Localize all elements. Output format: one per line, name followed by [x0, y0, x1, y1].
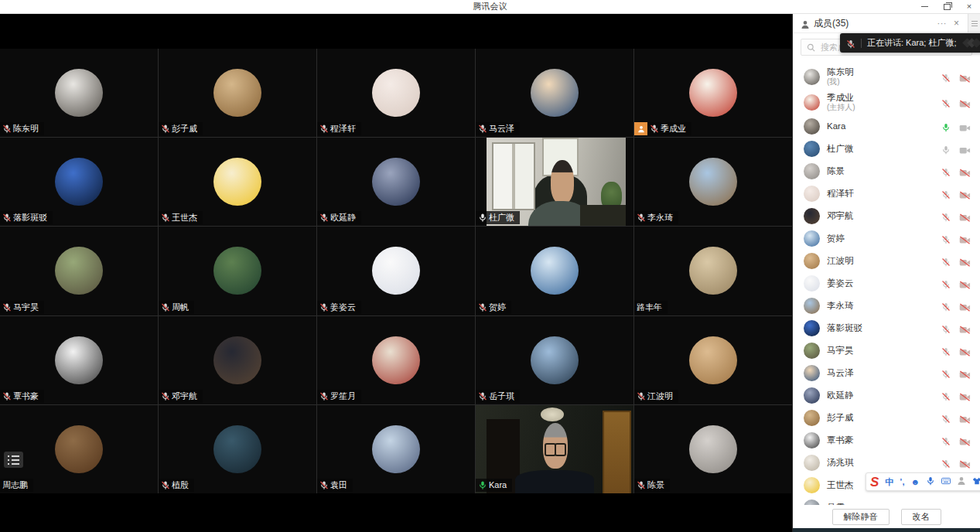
video-tile[interactable]: 欧延静 [317, 138, 475, 226]
member-camera-icon[interactable] [959, 234, 971, 244]
member-mic-icon[interactable] [941, 144, 951, 154]
member-mic-icon[interactable] [941, 368, 951, 378]
close-panel-icon[interactable]: × [954, 18, 959, 29]
member-list-item[interactable]: 马宇昊 [793, 339, 980, 362]
ime-keyboard-icon[interactable] [941, 475, 951, 489]
video-tile[interactable]: 贺婷 [476, 227, 633, 315]
ime-mode-button[interactable]: 中 [885, 478, 893, 486]
participant-name: 贺婷 [489, 302, 506, 313]
ime-punctuation-button[interactable]: ’, [900, 478, 904, 486]
member-camera-icon[interactable] [959, 212, 971, 221]
sogou-logo-icon[interactable]: S [870, 476, 879, 489]
ime-account-icon[interactable] [957, 475, 966, 489]
member-camera-icon[interactable] [959, 73, 971, 82]
member-mic-icon[interactable] [941, 234, 951, 244]
ime-voice-icon[interactable] [926, 475, 935, 489]
video-tile[interactable]: 马宇昊 [0, 227, 158, 315]
ime-skin-icon[interactable] [972, 475, 980, 489]
member-mic-icon[interactable] [941, 72, 951, 82]
member-list-item[interactable]: 马云泽 [793, 362, 980, 384]
member-mic-icon[interactable] [941, 278, 951, 288]
member-camera-icon[interactable] [959, 436, 971, 445]
video-tile[interactable]: 姜姿云 [317, 227, 475, 315]
video-tile[interactable]: 邓宇航 [159, 316, 316, 404]
video-tile[interactable]: 路丰年 [634, 227, 792, 315]
minimize-button[interactable] [920, 2, 929, 12]
more-options-icon[interactable]: ··· [937, 19, 947, 28]
member-camera-icon[interactable] [959, 414, 971, 423]
member-list-item[interactable]: 季成业 (主持人) [793, 90, 980, 115]
member-mic-icon[interactable] [941, 413, 951, 423]
member-list-item[interactable]: 陈东明 (我) [793, 64, 980, 90]
video-tile[interactable]: 程泽轩 [317, 49, 475, 137]
member-list-item[interactable]: 姜姿云 [793, 272, 980, 295]
member-list-item[interactable]: 落影斑驳 [793, 317, 980, 339]
participant-name-label: 季成业 [634, 122, 691, 135]
video-tile[interactable]: 陈东明 [0, 49, 158, 137]
video-tile[interactable]: 陈景 [634, 405, 792, 493]
video-tile[interactable]: 马云泽 [476, 49, 633, 137]
member-list-item[interactable]: 贺婷 [793, 227, 980, 250]
video-tile[interactable]: 彭子威 [159, 49, 316, 137]
member-list-item[interactable]: 陈景 [793, 160, 980, 182]
member-list-item[interactable]: 覃书豪 [793, 429, 980, 452]
video-tile[interactable]: 落影斑驳 [0, 138, 158, 226]
member-camera-icon[interactable] [959, 122, 971, 131]
member-camera-icon[interactable] [959, 346, 971, 356]
member-camera-icon[interactable] [959, 189, 971, 199]
member-camera-icon[interactable] [959, 391, 971, 401]
video-tile[interactable]: 袁田 [317, 405, 475, 493]
member-list-item[interactable]: 程泽轩 [793, 182, 980, 205]
member-mic-icon[interactable] [941, 435, 951, 445]
member-list-item[interactable]: 邓宇航 [793, 205, 980, 227]
video-tile[interactable]: 季成业 [634, 49, 792, 137]
video-tile[interactable]: Kara [476, 405, 633, 493]
member-camera-icon[interactable] [959, 257, 971, 266]
member-mic-icon[interactable] [941, 323, 951, 333]
member-list-item[interactable]: 李永琦 [793, 295, 980, 317]
video-tile[interactable]: 李永琦 [634, 138, 792, 226]
member-list-item[interactable]: Kara [793, 115, 980, 138]
video-tile[interactable]: 植殷 [159, 405, 316, 493]
video-tile[interactable]: 覃书豪 [0, 316, 158, 404]
rename-button[interactable]: 改名 [901, 509, 941, 525]
video-tile[interactable]: 杜广微 [476, 138, 633, 226]
restore-button[interactable] [942, 2, 951, 12]
member-camera-icon[interactable] [959, 279, 971, 288]
watermark-icon [964, 39, 980, 46]
member-camera-icon[interactable] [959, 324, 971, 333]
member-list-item[interactable]: 杜广微 [793, 138, 980, 160]
member-camera-icon[interactable] [959, 369, 971, 378]
video-tile[interactable]: 王世杰 [159, 138, 316, 226]
member-mic-icon[interactable] [941, 346, 951, 356]
ime-emoji-button[interactable]: ☻ [910, 478, 920, 486]
member-mic-icon[interactable] [941, 211, 951, 221]
member-mic-icon[interactable] [941, 97, 951, 107]
member-camera-icon[interactable] [959, 302, 971, 311]
member-list-item[interactable]: 彭子威 [793, 407, 980, 429]
member-list-item[interactable]: 欧延静 [793, 384, 980, 407]
member-mic-icon[interactable] [941, 301, 951, 311]
member-list-item[interactable]: 汤兆琪 [793, 452, 980, 474]
member-camera-icon[interactable] [959, 98, 971, 107]
member-list-item[interactable]: 吴雪 [793, 496, 980, 505]
panel-grip-handle[interactable] [968, 14, 980, 32]
member-camera-icon[interactable] [959, 459, 971, 468]
unmute-button[interactable]: 解除静音 [832, 509, 890, 525]
member-camera-icon[interactable] [959, 145, 971, 154]
member-mic-icon[interactable] [941, 458, 951, 468]
member-camera-icon[interactable] [959, 167, 971, 176]
member-list-item[interactable]: 江波明 [793, 250, 980, 272]
member-mic-icon[interactable] [941, 166, 951, 176]
member-mic-icon[interactable] [941, 189, 951, 199]
member-mic-icon[interactable] [941, 390, 951, 401]
video-tile[interactable]: 罗笙月 [317, 316, 475, 404]
close-button[interactable]: × [965, 2, 974, 12]
layout-toggle-button[interactable] [4, 452, 23, 468]
video-tile[interactable]: 江波明 [634, 316, 792, 404]
video-tile[interactable]: 周志鹏 [0, 405, 158, 493]
video-tile[interactable]: 周帆 [159, 227, 316, 315]
member-mic-icon[interactable] [941, 121, 951, 131]
member-mic-icon[interactable] [941, 256, 951, 266]
video-tile[interactable]: 岳子琪 [476, 316, 633, 404]
